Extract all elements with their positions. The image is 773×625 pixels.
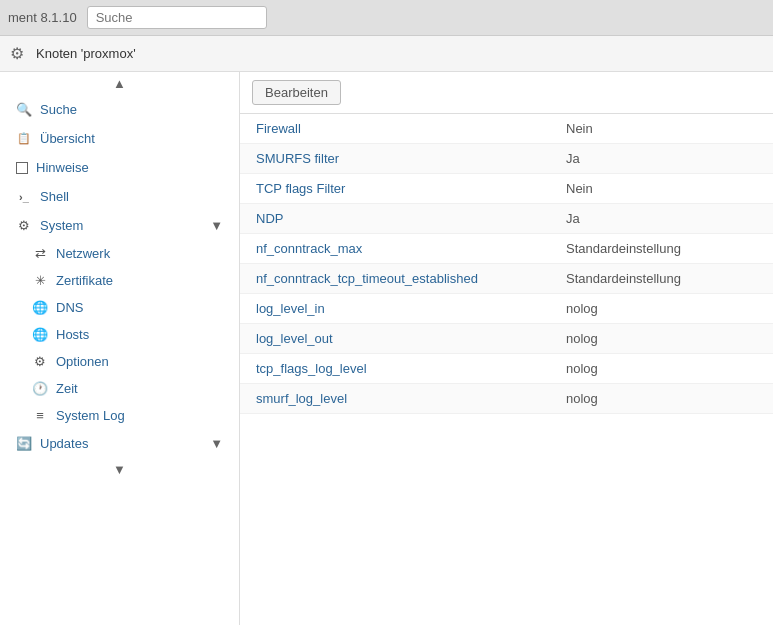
table-row: SMURFS filterJa — [240, 144, 773, 174]
sidebar-label-updates: Updates — [40, 436, 88, 451]
sidebar-item-optionen[interactable]: ⚙ Optionen — [0, 348, 239, 375]
table-cell-key: log_level_in — [240, 294, 550, 324]
table-cell-value: Ja — [550, 144, 773, 174]
sidebar-item-hosts[interactable]: 🌐 Hosts — [0, 321, 239, 348]
cert-icon: ✳ — [32, 273, 48, 288]
table-row: nf_conntrack_tcp_timeout_establishedStan… — [240, 264, 773, 294]
sidebar-label-hosts: Hosts — [56, 327, 89, 342]
table-cell-value: nolog — [550, 324, 773, 354]
time-icon: 🕐 — [32, 381, 48, 396]
sidebar-item-systemlog[interactable]: ≡ System Log — [0, 402, 239, 429]
sidebar: ▲ 🔍 Suche 📋 Übersicht Hinweise ›_ Shell … — [0, 72, 240, 625]
search-icon: 🔍 — [16, 102, 32, 117]
sidebar-label-hinweise: Hinweise — [36, 160, 89, 175]
sidebar-item-netzwerk[interactable]: ⇄ Netzwerk — [0, 240, 239, 267]
sidebar-item-zertifikate[interactable]: ✳ Zertifikate — [0, 267, 239, 294]
content-area: Bearbeiten FirewallNeinSMURFS filterJaTC… — [240, 72, 773, 625]
breadcrumb: Knoten 'proxmox' — [36, 46, 136, 61]
sidebar-label-system: System — [40, 218, 83, 233]
sidebar-item-zeit[interactable]: 🕐 Zeit — [0, 375, 239, 402]
sidebar-label-zeit: Zeit — [56, 381, 78, 396]
table-cell-value: Standardeinstellung — [550, 264, 773, 294]
sidebar-label-systemlog: System Log — [56, 408, 125, 423]
sidebar-label-shell: Shell — [40, 189, 69, 204]
updates-icon: 🔄 — [16, 436, 32, 451]
sidebar-item-hinweise[interactable]: Hinweise — [0, 153, 239, 182]
gear-icon[interactable]: ⚙ — [10, 44, 24, 63]
table-row: TCP flags FilterNein — [240, 174, 773, 204]
table-cell-key: TCP flags Filter — [240, 174, 550, 204]
table-cell-value: nolog — [550, 384, 773, 414]
sidebar-scroll-up[interactable]: ▲ — [0, 72, 239, 95]
sidebar-scroll-down[interactable]: ▼ — [0, 458, 239, 481]
dns-icon: 🌐 — [32, 300, 48, 315]
table-row: nf_conntrack_maxStandardeinstellung — [240, 234, 773, 264]
table-row: log_level_outnolog — [240, 324, 773, 354]
table-row: smurf_log_levelnolog — [240, 384, 773, 414]
sidebar-item-system[interactable]: ⚙ System ▼ — [0, 211, 239, 240]
table-cell-value: nolog — [550, 294, 773, 324]
log-icon: ≡ — [32, 408, 48, 423]
sidebar-label-netzwerk: Netzwerk — [56, 246, 110, 261]
updates-expand-arrow: ▼ — [210, 436, 223, 451]
table-cell-key: log_level_out — [240, 324, 550, 354]
sidebar-item-suche[interactable]: 🔍 Suche — [0, 95, 239, 124]
sidebar-item-uebersicht[interactable]: 📋 Übersicht — [0, 124, 239, 153]
table-cell-key: SMURFS filter — [240, 144, 550, 174]
system-icon: ⚙ — [16, 218, 32, 233]
sidebar-item-dns[interactable]: 🌐 DNS — [0, 294, 239, 321]
shell-icon: ›_ — [16, 191, 32, 203]
system-expand-arrow: ▼ — [210, 218, 223, 233]
data-table: FirewallNeinSMURFS filterJaTCP flags Fil… — [240, 114, 773, 414]
table-cell-value: Nein — [550, 114, 773, 144]
sidebar-label-suche: Suche — [40, 102, 77, 117]
network-icon: ⇄ — [32, 246, 48, 261]
hosts-icon: 🌐 — [32, 327, 48, 342]
main-layout: ▲ 🔍 Suche 📋 Übersicht Hinweise ›_ Shell … — [0, 72, 773, 625]
notes-icon — [16, 162, 28, 174]
content-header: Bearbeiten — [240, 72, 773, 114]
table-cell-key: smurf_log_level — [240, 384, 550, 414]
table-cell-key: tcp_flags_log_level — [240, 354, 550, 384]
sidebar-label-uebersicht: Übersicht — [40, 131, 95, 146]
options-icon: ⚙ — [32, 354, 48, 369]
breadcrumb-bar: ⚙ Knoten 'proxmox' — [0, 36, 773, 72]
table-cell-key: nf_conntrack_max — [240, 234, 550, 264]
sidebar-item-updates[interactable]: 🔄 Updates ▼ — [0, 429, 239, 458]
table-cell-key: NDP — [240, 204, 550, 234]
top-search-input[interactable] — [87, 6, 267, 29]
table-row: log_level_innolog — [240, 294, 773, 324]
edit-button[interactable]: Bearbeiten — [252, 80, 341, 105]
table-cell-value: nolog — [550, 354, 773, 384]
overview-icon: 📋 — [16, 132, 32, 145]
table-cell-value: Standardeinstellung — [550, 234, 773, 264]
sidebar-label-optionen: Optionen — [56, 354, 109, 369]
sidebar-item-shell[interactable]: ›_ Shell — [0, 182, 239, 211]
table-cell-key: Firewall — [240, 114, 550, 144]
top-bar: ment 8.1.10 — [0, 0, 773, 36]
table-row: FirewallNein — [240, 114, 773, 144]
table-cell-value: Ja — [550, 204, 773, 234]
table-cell-key: nf_conntrack_tcp_timeout_established — [240, 264, 550, 294]
table-cell-value: Nein — [550, 174, 773, 204]
sidebar-label-zertifikate: Zertifikate — [56, 273, 113, 288]
sidebar-label-dns: DNS — [56, 300, 83, 315]
table-row: NDPJa — [240, 204, 773, 234]
app-title: ment 8.1.10 — [8, 10, 77, 25]
table-row: tcp_flags_log_levelnolog — [240, 354, 773, 384]
